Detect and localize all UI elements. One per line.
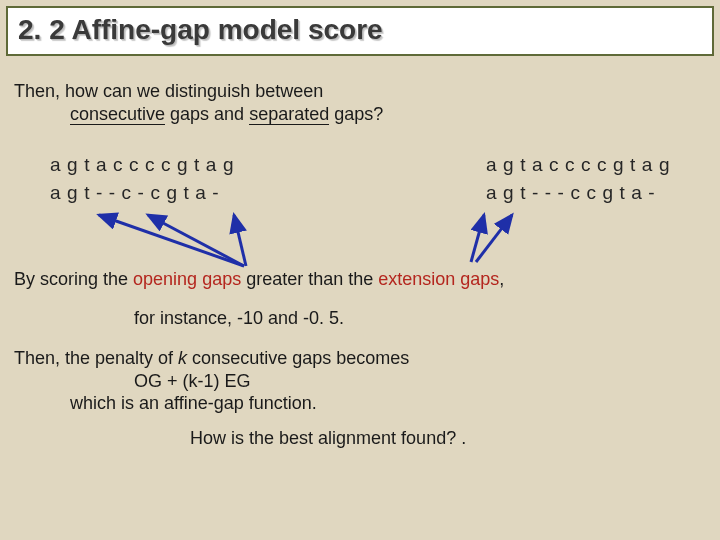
svg-line-1 bbox=[148, 215, 244, 266]
alignments-row: agtaccccgtag agt--c-cgta- agtaccccgtag a… bbox=[14, 151, 706, 206]
title-box: 2. 2 Affine-gap model score bbox=[6, 6, 714, 56]
intro-text: Then, how can we distinguish between con… bbox=[14, 80, 706, 125]
instance-line: for instance, -10 and -0. 5. bbox=[14, 307, 706, 330]
intro-line-1: Then, how can we distinguish between bbox=[14, 80, 706, 103]
body: Then, how can we distinguish between con… bbox=[0, 56, 720, 449]
word-consecutive: consecutive bbox=[70, 104, 165, 125]
penalty-block: Then, the penalty of k consecutive gaps … bbox=[14, 347, 706, 415]
intro-line-2: consecutive gaps and separated gaps? bbox=[14, 103, 706, 126]
penalty-line-1: Then, the penalty of k consecutive gaps … bbox=[14, 347, 706, 370]
arrow-annotations bbox=[14, 212, 706, 268]
align-left-seq2: agt--c-cgta- bbox=[50, 182, 225, 203]
alignment-left: agtaccccgtag agt--c-cgta- bbox=[50, 151, 240, 206]
extension-gaps-label: extension gaps bbox=[378, 269, 499, 289]
italic-k: k bbox=[178, 348, 187, 368]
penalty-line-3: which is an affine-gap function. bbox=[14, 392, 706, 415]
svg-line-2 bbox=[234, 215, 246, 266]
align-right-seq1: agtaccccgtag bbox=[486, 154, 676, 175]
align-right-seq2: agt---ccgta- bbox=[486, 182, 661, 203]
closing-question: How is the best alignment found? . bbox=[14, 427, 706, 450]
alignment-right: agtaccccgtag agt---ccgta- bbox=[486, 151, 676, 206]
svg-line-0 bbox=[99, 215, 244, 266]
align-left-seq1: agtaccccgtag bbox=[50, 154, 240, 175]
penalty-formula: OG + (k-1) EG bbox=[14, 370, 706, 393]
page-title: 2. 2 Affine-gap model score bbox=[18, 14, 702, 46]
opening-gaps-label: opening gaps bbox=[133, 269, 241, 289]
word-separated: separated bbox=[249, 104, 329, 125]
